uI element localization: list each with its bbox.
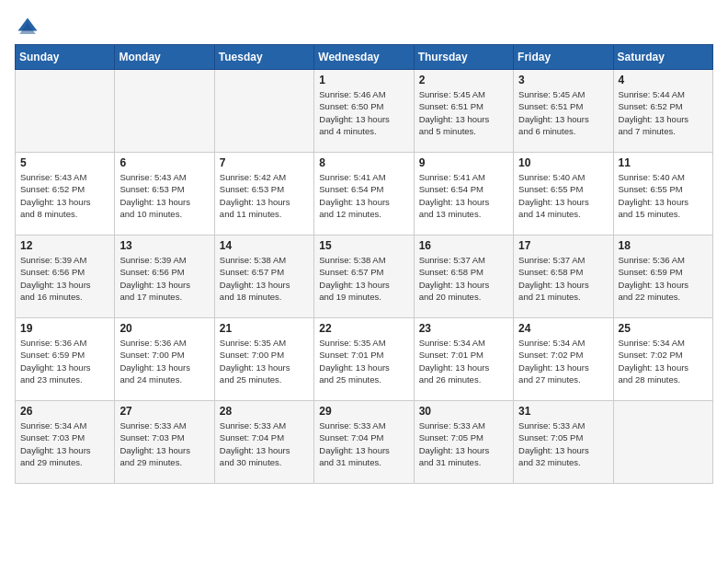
calendar-cell: 13Sunrise: 5:39 AM Sunset: 6:56 PM Dayli… — [115, 236, 214, 318]
day-number: 20 — [119, 322, 209, 335]
day-number: 22 — [319, 322, 408, 335]
calendar-cell: 25Sunrise: 5:34 AM Sunset: 7:02 PM Dayli… — [613, 318, 712, 401]
calendar-cell: 24Sunrise: 5:34 AM Sunset: 7:02 PM Dayli… — [514, 318, 613, 401]
weekday-thursday: Thursday — [414, 45, 513, 70]
calendar-week-2: 12Sunrise: 5:39 AM Sunset: 6:56 PM Dayli… — [16, 236, 713, 318]
calendar-week-1: 5Sunrise: 5:43 AM Sunset: 6:52 PM Daylig… — [16, 153, 713, 236]
day-info: Sunrise: 5:44 AM Sunset: 6:52 PM Dayligh… — [619, 88, 708, 137]
day-info: Sunrise: 5:33 AM Sunset: 7:04 PM Dayligh… — [319, 419, 408, 468]
calendar-cell: 1Sunrise: 5:46 AM Sunset: 6:50 PM Daylig… — [314, 70, 414, 153]
day-number: 26 — [20, 405, 109, 418]
day-number: 17 — [518, 239, 608, 252]
day-number: 4 — [619, 74, 708, 86]
day-info: Sunrise: 5:34 AM Sunset: 7:02 PM Dayligh… — [518, 337, 608, 385]
day-info: Sunrise: 5:40 AM Sunset: 6:55 PM Dayligh… — [518, 171, 608, 220]
day-info: Sunrise: 5:35 AM Sunset: 7:01 PM Dayligh… — [319, 337, 408, 385]
weekday-friday: Friday — [514, 45, 613, 70]
day-info: Sunrise: 5:45 AM Sunset: 6:51 PM Dayligh… — [419, 88, 508, 137]
day-number: 21 — [220, 322, 309, 335]
day-info: Sunrise: 5:36 AM Sunset: 6:59 PM Dayligh… — [619, 254, 708, 303]
calendar-week-4: 26Sunrise: 5:34 AM Sunset: 7:03 PM Dayli… — [16, 401, 713, 484]
calendar-cell: 26Sunrise: 5:34 AM Sunset: 7:03 PM Dayli… — [16, 401, 115, 484]
day-info: Sunrise: 5:34 AM Sunset: 7:02 PM Dayligh… — [619, 337, 708, 385]
day-number: 8 — [319, 156, 408, 169]
weekday-tuesday: Tuesday — [214, 45, 313, 70]
calendar-cell — [214, 70, 313, 153]
calendar-cell: 11Sunrise: 5:40 AM Sunset: 6:55 PM Dayli… — [613, 153, 712, 236]
day-number: 28 — [220, 405, 309, 418]
calendar-cell: 4Sunrise: 5:44 AM Sunset: 6:52 PM Daylig… — [613, 70, 712, 153]
day-number: 27 — [119, 405, 209, 418]
day-number: 24 — [518, 322, 608, 335]
day-number: 9 — [419, 156, 508, 169]
logo — [15, 15, 44, 40]
day-number: 12 — [20, 239, 109, 252]
calendar-cell: 15Sunrise: 5:38 AM Sunset: 6:57 PM Dayli… — [314, 236, 414, 318]
calendar-cell: 12Sunrise: 5:39 AM Sunset: 6:56 PM Dayli… — [16, 236, 115, 318]
calendar-body: 1Sunrise: 5:46 AM Sunset: 6:50 PM Daylig… — [16, 70, 713, 484]
calendar-cell: 10Sunrise: 5:40 AM Sunset: 6:55 PM Dayli… — [514, 153, 613, 236]
calendar-cell: 14Sunrise: 5:38 AM Sunset: 6:57 PM Dayli… — [214, 236, 313, 318]
calendar-cell: 22Sunrise: 5:35 AM Sunset: 7:01 PM Dayli… — [314, 318, 414, 401]
day-info: Sunrise: 5:42 AM Sunset: 6:53 PM Dayligh… — [220, 171, 309, 220]
weekday-header-row: SundayMondayTuesdayWednesdayThursdayFrid… — [16, 45, 713, 70]
day-info: Sunrise: 5:41 AM Sunset: 6:54 PM Dayligh… — [319, 171, 408, 220]
day-number: 29 — [319, 405, 408, 418]
calendar-cell: 5Sunrise: 5:43 AM Sunset: 6:52 PM Daylig… — [16, 153, 115, 236]
weekday-saturday: Saturday — [613, 45, 712, 70]
calendar-cell — [115, 70, 214, 153]
day-info: Sunrise: 5:43 AM Sunset: 6:53 PM Dayligh… — [119, 171, 209, 220]
day-info: Sunrise: 5:39 AM Sunset: 6:56 PM Dayligh… — [20, 254, 109, 303]
day-info: Sunrise: 5:45 AM Sunset: 6:51 PM Dayligh… — [518, 88, 608, 137]
calendar-cell: 18Sunrise: 5:36 AM Sunset: 6:59 PM Dayli… — [613, 236, 712, 318]
day-info: Sunrise: 5:40 AM Sunset: 6:55 PM Dayligh… — [619, 171, 708, 220]
weekday-wednesday: Wednesday — [314, 45, 414, 70]
calendar-week-0: 1Sunrise: 5:46 AM Sunset: 6:50 PM Daylig… — [16, 70, 713, 153]
calendar-cell: 2Sunrise: 5:45 AM Sunset: 6:51 PM Daylig… — [414, 70, 513, 153]
day-info: Sunrise: 5:39 AM Sunset: 6:56 PM Dayligh… — [119, 254, 209, 303]
calendar-cell: 31Sunrise: 5:33 AM Sunset: 7:05 PM Dayli… — [514, 401, 613, 484]
calendar-cell: 27Sunrise: 5:33 AM Sunset: 7:03 PM Dayli… — [115, 401, 214, 484]
calendar-cell: 28Sunrise: 5:33 AM Sunset: 7:04 PM Dayli… — [214, 401, 313, 484]
day-number: 2 — [419, 74, 508, 86]
calendar-cell: 17Sunrise: 5:37 AM Sunset: 6:58 PM Dayli… — [514, 236, 613, 318]
calendar-cell: 9Sunrise: 5:41 AM Sunset: 6:54 PM Daylig… — [414, 153, 513, 236]
day-info: Sunrise: 5:33 AM Sunset: 7:05 PM Dayligh… — [419, 419, 508, 468]
day-number: 18 — [619, 239, 708, 252]
day-info: Sunrise: 5:34 AM Sunset: 7:01 PM Dayligh… — [419, 337, 508, 385]
day-number: 31 — [518, 405, 608, 418]
day-number: 11 — [619, 156, 708, 169]
day-info: Sunrise: 5:37 AM Sunset: 6:58 PM Dayligh… — [419, 254, 508, 303]
calendar-cell — [613, 401, 712, 484]
day-number: 1 — [319, 74, 408, 86]
day-number: 16 — [419, 239, 508, 252]
day-number: 7 — [220, 156, 309, 169]
calendar-week-3: 19Sunrise: 5:36 AM Sunset: 6:59 PM Dayli… — [16, 318, 713, 401]
calendar-cell: 20Sunrise: 5:36 AM Sunset: 7:00 PM Dayli… — [115, 318, 214, 401]
day-number: 10 — [518, 156, 608, 169]
weekday-monday: Monday — [115, 45, 214, 70]
calendar-cell: 30Sunrise: 5:33 AM Sunset: 7:05 PM Dayli… — [414, 401, 513, 484]
calendar-cell: 19Sunrise: 5:36 AM Sunset: 6:59 PM Dayli… — [16, 318, 115, 401]
calendar-cell: 7Sunrise: 5:42 AM Sunset: 6:53 PM Daylig… — [214, 153, 313, 236]
calendar-cell: 6Sunrise: 5:43 AM Sunset: 6:53 PM Daylig… — [115, 153, 214, 236]
calendar-cell: 21Sunrise: 5:35 AM Sunset: 7:00 PM Dayli… — [214, 318, 313, 401]
day-number: 5 — [20, 156, 109, 169]
day-info: Sunrise: 5:46 AM Sunset: 6:50 PM Dayligh… — [319, 88, 408, 137]
weekday-sunday: Sunday — [16, 45, 115, 70]
day-number: 19 — [20, 322, 109, 335]
page-header — [15, 15, 713, 40]
day-info: Sunrise: 5:38 AM Sunset: 6:57 PM Dayligh… — [319, 254, 408, 303]
day-number: 15 — [319, 239, 408, 252]
day-info: Sunrise: 5:38 AM Sunset: 6:57 PM Dayligh… — [220, 254, 309, 303]
day-number: 23 — [419, 322, 508, 335]
calendar-cell: 8Sunrise: 5:41 AM Sunset: 6:54 PM Daylig… — [314, 153, 414, 236]
calendar-cell: 23Sunrise: 5:34 AM Sunset: 7:01 PM Dayli… — [414, 318, 513, 401]
day-number: 25 — [619, 322, 708, 335]
day-info: Sunrise: 5:35 AM Sunset: 7:00 PM Dayligh… — [220, 337, 309, 385]
day-info: Sunrise: 5:43 AM Sunset: 6:52 PM Dayligh… — [20, 171, 109, 220]
day-info: Sunrise: 5:41 AM Sunset: 6:54 PM Dayligh… — [419, 171, 508, 220]
day-number: 13 — [119, 239, 209, 252]
calendar-cell: 3Sunrise: 5:45 AM Sunset: 6:51 PM Daylig… — [514, 70, 613, 153]
calendar-cell: 29Sunrise: 5:33 AM Sunset: 7:04 PM Dayli… — [314, 401, 414, 484]
